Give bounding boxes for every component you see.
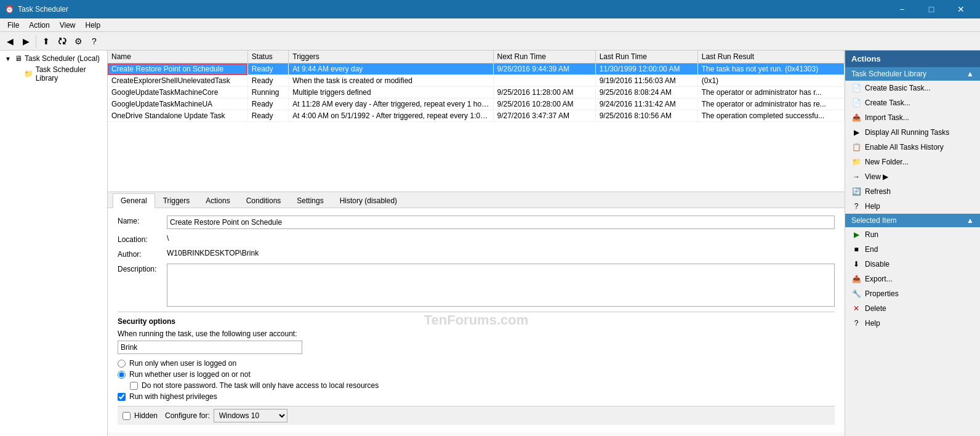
right-panel: Actions Task Scheduler Library ▲ 📄Create… bbox=[845, 50, 980, 436]
location-label: Location: bbox=[118, 234, 167, 244]
checkbox-no-store-label: Do not store password. The task will onl… bbox=[142, 381, 379, 390]
col-name[interactable]: Name bbox=[108, 50, 247, 63]
help[interactable]: ?Help bbox=[845, 199, 980, 214]
author-label: Author: bbox=[118, 249, 167, 259]
name-label: Name: bbox=[118, 216, 167, 225]
create-task[interactable]: 📄Create Task... bbox=[845, 95, 980, 110]
table-row[interactable]: OneDrive Standalone Update TaskReadyAt 4… bbox=[108, 110, 845, 122]
tab-general[interactable]: General bbox=[113, 193, 155, 208]
help-selected[interactable]: ?Help bbox=[845, 316, 980, 331]
checkbox-no-store-password[interactable] bbox=[130, 382, 138, 390]
description-input[interactable] bbox=[167, 264, 835, 307]
disable-icon: ⬇ bbox=[851, 259, 861, 269]
table-row[interactable]: CreateExplorerShellUnelevatedTaskReadyWh… bbox=[108, 75, 845, 87]
show-properties-button[interactable]: ⬆ bbox=[39, 34, 54, 49]
radio-whether-logged[interactable] bbox=[118, 371, 126, 379]
menu-help[interactable]: Help bbox=[81, 20, 106, 31]
create-basic-task-icon: 📄 bbox=[851, 83, 861, 93]
name-input[interactable] bbox=[167, 216, 835, 229]
selected-item-section-header[interactable]: Selected Item ▲ bbox=[845, 214, 980, 227]
new-folder[interactable]: 📁New Folder... bbox=[845, 155, 980, 169]
maximize-button[interactable]: □ bbox=[917, 0, 946, 18]
enable-all-tasks-history[interactable]: 📋Enable All Tasks History bbox=[845, 140, 980, 155]
selected-item-label: Selected Item bbox=[851, 216, 896, 225]
title-bar: ⏰ Task Scheduler − □ ✕ bbox=[0, 0, 980, 18]
checkbox-highest-privileges[interactable] bbox=[118, 393, 126, 401]
display-running-tasks[interactable]: ▶Display All Running Tasks bbox=[845, 125, 980, 140]
run-icon: ▶ bbox=[851, 230, 861, 240]
library-label: Task Scheduler Library bbox=[36, 65, 102, 83]
import-task-icon: 📤 bbox=[851, 113, 861, 123]
security-desc: When running the task, use the following… bbox=[118, 329, 835, 338]
tab-settings[interactable]: Settings bbox=[289, 193, 331, 208]
refresh-toolbar-button[interactable]: 🗘 bbox=[55, 34, 70, 49]
export[interactable]: 📤Export... bbox=[845, 272, 980, 286]
content-area: Name Status Triggers Next Run Time Last … bbox=[108, 50, 845, 436]
back-button[interactable]: ◀ bbox=[2, 34, 17, 49]
selected-item-collapse-icon: ▲ bbox=[966, 216, 974, 225]
create-basic-task[interactable]: 📄Create Basic Task... bbox=[845, 81, 980, 95]
table-row[interactable]: GoogleUpdateTaskMachineCoreRunningMultip… bbox=[108, 87, 845, 99]
user-account-input[interactable] bbox=[118, 341, 302, 354]
delete[interactable]: ✕Delete bbox=[845, 301, 980, 316]
col-next-run[interactable]: Next Run Time bbox=[493, 50, 595, 63]
security-title: Security options bbox=[118, 317, 835, 326]
tab-conditions[interactable]: Conditions bbox=[238, 193, 289, 208]
tabs-bar: General Triggers Actions Conditions Sett… bbox=[108, 192, 845, 208]
tab-triggers[interactable]: Triggers bbox=[155, 193, 198, 208]
location-value: \ bbox=[167, 234, 169, 243]
selected-item-actions: ▶Run■End⬇Disable📤Export...🔧Properties✕De… bbox=[845, 227, 980, 331]
col-triggers[interactable]: Triggers bbox=[289, 50, 493, 63]
col-last-run[interactable]: Last Run Time bbox=[595, 50, 697, 63]
forward-button[interactable]: ▶ bbox=[18, 34, 33, 49]
task-library-collapse-icon: ▲ bbox=[966, 70, 974, 78]
radio-logged-on[interactable] bbox=[118, 360, 126, 368]
end[interactable]: ■End bbox=[845, 242, 980, 257]
display-running-tasks-icon: ▶ bbox=[851, 127, 861, 137]
configure-section: Configure for: Windows 10 bbox=[165, 409, 287, 422]
help-selected-icon: ? bbox=[851, 318, 861, 328]
task-table: Name Status Triggers Next Run Time Last … bbox=[108, 50, 845, 122]
configure-select[interactable]: Windows 10 bbox=[214, 409, 287, 422]
local-label: Task Scheduler (Local) bbox=[25, 54, 100, 63]
tree-item-local[interactable]: ▼ 🖥 Task Scheduler (Local) bbox=[2, 53, 105, 64]
menu-view[interactable]: View bbox=[55, 20, 81, 31]
hidden-checkbox[interactable] bbox=[122, 412, 131, 420]
table-row[interactable]: GoogleUpdateTaskMachineUAReadyAt 11:28 A… bbox=[108, 99, 845, 110]
menu-file[interactable]: File bbox=[2, 20, 24, 31]
tab-content-general: TenForums.com Name: Location: \ Author: … bbox=[108, 208, 845, 432]
task-list[interactable]: Name Status Triggers Next Run Time Last … bbox=[108, 50, 845, 192]
table-row[interactable]: Create Restore Point on ScheduleReadyAt … bbox=[108, 63, 845, 75]
col-status[interactable]: Status bbox=[247, 50, 288, 63]
section-divider bbox=[118, 312, 835, 312]
minimize-button[interactable]: − bbox=[888, 0, 916, 18]
delete-icon: ✕ bbox=[851, 304, 861, 313]
end-icon: ■ bbox=[851, 244, 861, 254]
import-task[interactable]: 📤Import Task... bbox=[845, 110, 980, 125]
library-folder-icon: 📁 bbox=[24, 70, 33, 78]
menu-bar: File Action View Help bbox=[0, 18, 980, 32]
create-task-icon: 📄 bbox=[851, 98, 861, 108]
app-icon: ⏰ bbox=[5, 5, 14, 14]
close-button[interactable]: ✕ bbox=[947, 0, 975, 18]
col-last-result[interactable]: Last Run Result bbox=[697, 50, 844, 63]
disable[interactable]: ⬇Disable bbox=[845, 257, 980, 272]
left-panel: ▼ 🖥 Task Scheduler (Local) 📁 Task Schedu… bbox=[0, 50, 108, 436]
run[interactable]: ▶Run bbox=[845, 227, 980, 242]
tab-actions[interactable]: Actions bbox=[198, 193, 238, 208]
toolbar: ◀ ▶ ⬆ 🗘 ⚙ ? bbox=[0, 32, 980, 50]
help-toolbar-button[interactable]: ? bbox=[87, 34, 102, 49]
properties-icon: 🔧 bbox=[851, 289, 861, 299]
task-library-section-header[interactable]: Task Scheduler Library ▲ bbox=[845, 67, 980, 81]
properties-toolbar-button[interactable]: ⚙ bbox=[71, 34, 86, 49]
refresh[interactable]: 🔄Refresh bbox=[845, 184, 980, 199]
properties[interactable]: 🔧Properties bbox=[845, 286, 980, 301]
menu-action[interactable]: Action bbox=[24, 20, 54, 31]
view[interactable]: →View ▶ bbox=[845, 169, 980, 184]
toolbar-separator bbox=[36, 35, 36, 47]
tree-item-library[interactable]: 📁 Task Scheduler Library bbox=[2, 64, 105, 84]
app-title: Task Scheduler bbox=[18, 5, 68, 14]
view-icon: → bbox=[851, 172, 861, 182]
task-library-label: Task Scheduler Library bbox=[851, 70, 926, 78]
tab-history[interactable]: History (disabled) bbox=[332, 193, 405, 208]
